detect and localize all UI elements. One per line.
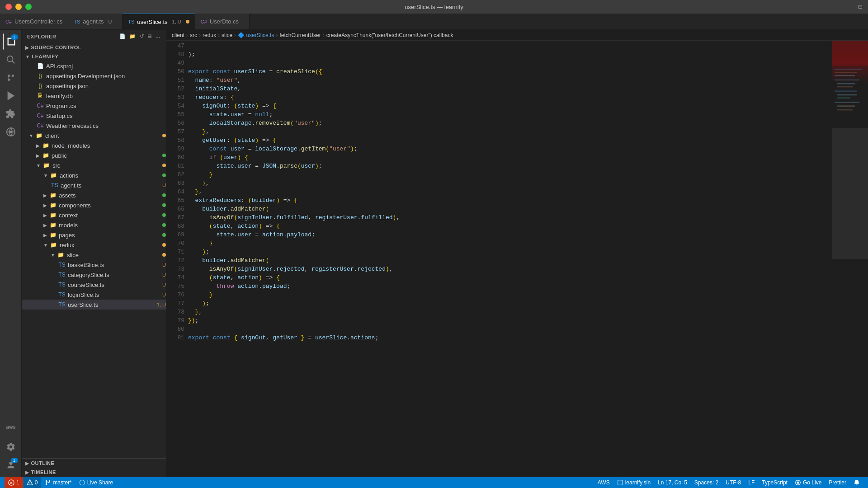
svg-rect-18	[835, 90, 857, 92]
notifications-icon[interactable]	[850, 479, 863, 486]
folder-actions[interactable]: ▼ 📁 actions	[22, 170, 166, 180]
tab-users-controller[interactable]: C# UsersController.cs	[0, 14, 68, 29]
file-program[interactable]: C# Program.cs	[22, 101, 166, 111]
solution-label: learnify.sln	[625, 479, 651, 486]
errors-indicator[interactable]: ✕ 1	[5, 477, 23, 488]
account-icon[interactable]: 1	[3, 457, 19, 473]
sidebar-bottom: ▶ OUTLINE ▶ TIMELINE	[22, 458, 166, 477]
more-icon[interactable]: …	[156, 33, 161, 39]
new-file-icon[interactable]: 📄	[119, 33, 126, 39]
minimize-button[interactable]	[15, 4, 22, 10]
prettier-button[interactable]: Prettier	[825, 479, 850, 486]
folder-src[interactable]: ▼ 📁 src	[22, 160, 166, 170]
file-basket-slice[interactable]: TS basketSlice.ts U	[22, 260, 166, 270]
branch-indicator[interactable]: master*	[41, 477, 75, 488]
file-label: learnify.db	[46, 93, 166, 99]
folder-icon: 📁	[49, 201, 57, 209]
language-indicator[interactable]: TypeScript	[758, 479, 791, 486]
file-api-csproj[interactable]: 📄 API.csproj	[22, 61, 166, 71]
close-button[interactable]	[5, 4, 12, 10]
split-icon[interactable]: ⊟	[858, 4, 863, 10]
source-control-icon[interactable]	[3, 70, 19, 86]
activity-bar: 1	[0, 30, 22, 477]
tab-agent-ts[interactable]: TS agent.ts U	[68, 14, 123, 29]
new-folder-icon[interactable]: 📁	[129, 33, 136, 39]
file-icon: TS	[51, 181, 59, 189]
folder-client[interactable]: ▼ 📁 client	[22, 131, 166, 141]
folder-slice[interactable]: ▼ 📁 slice	[22, 250, 166, 260]
file-weather[interactable]: C# WeatherForecast.cs	[22, 121, 166, 131]
minimap-slider[interactable]	[832, 128, 868, 259]
source-control-header[interactable]: ▶ SOURCE CONTROL	[22, 43, 166, 52]
aws-label: AWS	[598, 479, 610, 486]
activity-bar-bottom: 1	[3, 421, 19, 477]
folder-models[interactable]: ▶ 📁 models	[22, 220, 166, 230]
collapse-icon[interactable]: ⊟	[147, 33, 152, 39]
aws-status[interactable]: AWS	[594, 479, 613, 486]
folder-pages[interactable]: ▶ 📁 pages	[22, 230, 166, 240]
svg-rect-16	[837, 83, 855, 84]
folder-redux[interactable]: ▼ 📁 redux	[22, 240, 166, 250]
folder-assets[interactable]: ▶ 📁 assets	[22, 190, 166, 200]
file-learnify-db[interactable]: 🗄 learnify.db	[22, 91, 166, 101]
remote-icon[interactable]	[3, 124, 19, 140]
file-category-slice[interactable]: TS categorySlice.ts U	[22, 270, 166, 280]
aws-icon[interactable]	[3, 421, 19, 437]
folder-context[interactable]: ▶ 📁 context	[22, 210, 166, 220]
status-right: AWS learnify.sln Ln 17, Col 5 Spaces: 2 …	[594, 479, 863, 486]
line-ending-indicator[interactable]: LF	[745, 479, 758, 486]
file-appsettings-dev[interactable]: {} appsettings.Development.json	[22, 71, 166, 81]
prettier-label: Prettier	[829, 479, 846, 486]
golive-button[interactable]: Go Live	[791, 479, 825, 486]
learnify-header[interactable]: ▼ LEARNIFY	[22, 52, 166, 61]
file-agent-ts[interactable]: TS agent.ts U	[22, 180, 166, 190]
file-course-slice[interactable]: TS courseSlice.ts U	[22, 280, 166, 290]
branch-name: master*	[53, 479, 71, 486]
file-appsettings[interactable]: {} appsettings.json	[22, 81, 166, 91]
breadcrumb-redux[interactable]: redux	[203, 32, 216, 38]
file-startup[interactable]: C# Startup.cs	[22, 111, 166, 121]
folder-public[interactable]: ▶ 📁 public	[22, 150, 166, 160]
outline-header[interactable]: ▶ OUTLINE	[22, 459, 166, 468]
spaces-indicator[interactable]: Spaces: 2	[691, 479, 722, 486]
breadcrumb-detail[interactable]: createAsyncThunk("user/fetchCurrentUser"…	[326, 32, 453, 38]
run-debug-icon[interactable]	[3, 88, 19, 104]
breadcrumb-file[interactable]: 🔷 userSlice.ts	[238, 32, 274, 38]
file-icon: {}	[36, 72, 44, 80]
tab-user-slice[interactable]: TS userSlice.ts 1, U	[123, 14, 195, 29]
refresh-icon[interactable]: ↺	[140, 33, 144, 39]
position-indicator[interactable]: Ln 17, Col 5	[654, 479, 691, 486]
code-editor[interactable]: ); export const userSlice = createSlice(…	[188, 41, 832, 477]
maximize-button[interactable]	[25, 4, 32, 10]
liveshare-button[interactable]: Live Share	[75, 477, 117, 488]
folder-node-modules[interactable]: ▶ 📁 node_modules	[22, 141, 166, 150]
tab-icon-cs2: C#	[201, 19, 207, 24]
liveshare-label: Live Share	[87, 479, 113, 486]
timeline-header[interactable]: ▶ TIMELINE	[22, 468, 166, 477]
warnings-indicator[interactable]: ! 0	[23, 477, 42, 488]
solution-status[interactable]: learnify.sln	[613, 479, 654, 486]
search-icon[interactable]	[3, 52, 19, 68]
explorer-label: EXPLORER	[27, 34, 57, 39]
folder-icon: 📁	[35, 131, 43, 140]
breadcrumb-slice[interactable]: slice	[222, 32, 232, 38]
sidebar-header: EXPLORER 📄 📁 ↺ ⊟ …	[22, 30, 166, 43]
folder-label: actions	[60, 172, 160, 179]
breadcrumb-func[interactable]: fetchCurrentUser	[279, 32, 321, 38]
chevron-icon: ▶	[43, 233, 47, 238]
svg-point-28	[46, 483, 47, 485]
file-badge: U	[157, 183, 166, 188]
explorer-icon[interactable]: 1	[3, 33, 19, 50]
folder-dot	[162, 233, 166, 237]
folder-label: node_modules	[52, 142, 166, 149]
breadcrumb-src[interactable]: src	[190, 32, 197, 38]
encoding-indicator[interactable]: UTF-8	[722, 479, 745, 486]
folder-components[interactable]: ▶ 📁 components	[22, 200, 166, 210]
file-login-slice[interactable]: TS loginSlice.ts U	[22, 290, 166, 300]
settings-icon[interactable]	[3, 439, 19, 455]
tab-user-dto[interactable]: C# UserDto.cs	[195, 14, 250, 29]
file-label: categorySlice.ts	[68, 272, 155, 278]
extensions-icon[interactable]	[3, 106, 19, 122]
file-user-slice[interactable]: TS userSlice.ts 1, U	[22, 300, 166, 310]
breadcrumb-client[interactable]: client	[172, 32, 184, 38]
